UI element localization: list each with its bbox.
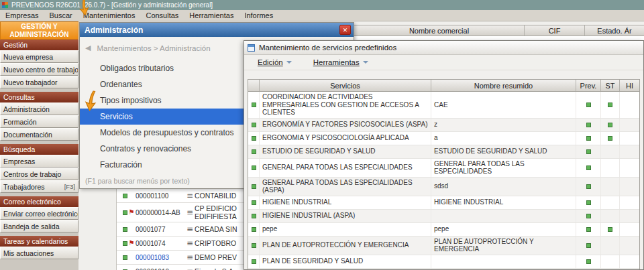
sidebar-item-label: Administración (3, 105, 50, 113)
company-row[interactable]: ⚑000000014-AB≡CP EDIFICIO EDIFIFIESTA (117, 203, 244, 222)
admin-panel-title: Administración (85, 25, 143, 35)
sidebar-item[interactable]: Administración (0, 103, 78, 115)
sidebar-item[interactable]: Nuevo centro de trabajo (0, 63, 78, 76)
service-row[interactable]: PLAN DE AUTOPROTECCIÓN Y EMERGENCIAPLAN … (248, 237, 639, 255)
services-dialog: Mantenimiento de servicios predefinidos … (244, 40, 644, 270)
chevron-down-icon (286, 61, 292, 64)
sidebar-item[interactable]: Formación (0, 115, 78, 128)
company-row[interactable]: 00001077≡CREADA SIN (117, 222, 244, 237)
prev-cell (576, 269, 601, 270)
menu-label: Herramientas (313, 58, 360, 66)
check-icon (586, 136, 591, 141)
sidebar-item[interactable]: Mis actuaciones (0, 247, 78, 259)
st-cell (601, 119, 620, 131)
close-icon[interactable]: ✕ (339, 25, 351, 35)
column-header[interactable]: Prev. (576, 80, 601, 91)
sidebar-item[interactable]: Documentación (0, 128, 78, 141)
service-row[interactable]: HIGIENE INDUSTRIAL (ASPA) (248, 210, 639, 223)
row-status-cell (248, 145, 260, 158)
column-header[interactable]: HI (620, 80, 639, 91)
sidebar-item[interactable]: Trabajadores[F3] (0, 180, 78, 193)
menubar-item[interactable]: Consultas (140, 11, 184, 20)
row-status-cell (248, 255, 260, 268)
service-short-name (431, 255, 576, 268)
company-code: 000001010 (136, 268, 185, 270)
company-row[interactable]: ⚑00001074≡CRIPTOBRO (117, 237, 244, 251)
company-row[interactable]: 000001100≡CONTABILID (117, 189, 244, 203)
company-row[interactable]: 000001010≡Ejemplo S.A (117, 265, 244, 270)
company-code: 00001074 (136, 240, 185, 247)
menubar-item[interactable]: Mantenimientos (78, 11, 141, 20)
column-header[interactable]: CIF (525, 25, 585, 36)
row-menu-icon[interactable]: ≡ (185, 191, 195, 200)
service-row[interactable]: HIGIENE INDUSTRIALHIGIENE INDUSTRIAL (248, 196, 639, 210)
service-short-name: CAE (431, 92, 576, 118)
window-icon (248, 44, 255, 52)
menubar-item[interactable]: Herramientas (184, 11, 239, 20)
service-row[interactable]: ERGONOMIA Y PSICOSOCIOLOGÍA APLICADAa (248, 132, 639, 145)
check-icon (586, 214, 591, 218)
service-row[interactable]: pepepepe (248, 223, 639, 237)
background-company-list: 000001100≡CONTABILID⚑000000014-AB≡CP EDI… (116, 189, 244, 270)
column-header[interactable]: ST (601, 80, 620, 91)
sidebar-item-label: Formación (3, 118, 37, 126)
menubar-item[interactable]: Empresas (0, 11, 44, 20)
prev-cell (576, 132, 601, 145)
company-row[interactable]: 000001083≡DEMO PREV (117, 251, 244, 265)
sidebar-item[interactable]: Enviar correo electrónico (0, 207, 78, 220)
sidebar-item[interactable]: Nueva empresa (0, 50, 78, 63)
sidebar-item-label: Nuevo centro de trabajo (3, 66, 78, 74)
service-row[interactable]: GENERAL PARA TODAS LAS ESPECIALIDADESGEN… (248, 159, 639, 178)
company-name: CRIPTOBRO (195, 239, 244, 247)
service-row[interactable]: SEGURIDAD EN EL TRABAJOfgdlg (248, 269, 639, 270)
st-cell (601, 92, 620, 118)
row-menu-icon[interactable]: ≡ (185, 239, 195, 248)
column-header[interactable] (248, 80, 260, 91)
service-row[interactable]: ESTUDIO DE SEGURIDAD Y SALUDESTUDIO DE S… (248, 145, 639, 159)
prev-cell (576, 178, 601, 196)
sidebar-item[interactable]: Nuevo trabajador (0, 76, 78, 88)
column-header[interactable]: Nombre comercial (354, 25, 525, 36)
dialog-menu[interactable]: Edición (258, 58, 292, 66)
service-name: PLAN DE AUTOPROTECCIÓN Y EMERGENCIA (260, 237, 431, 255)
prev-cell (576, 145, 601, 158)
check-icon (586, 165, 591, 170)
service-row[interactable]: PLAN DE SEGURIDAD Y SALUD (248, 255, 639, 269)
sidebar-section: Tareas y calendariosMis actuaciones (0, 236, 78, 259)
sidebar-item-label: Enviar correo electrónico (3, 210, 78, 218)
row-menu-icon[interactable]: ≡ (185, 253, 195, 262)
service-row[interactable]: ERGONOMÍA Y FACTORES PSICOSOCIALES (ASPA… (248, 119, 639, 132)
hi-cell (620, 178, 639, 196)
sidebar-item[interactable]: Bandeja de salida (0, 220, 78, 232)
service-row[interactable]: GENERAL PARA TODAS LAS ESPECIALIDADES (A… (248, 178, 639, 196)
check-icon (586, 103, 591, 107)
menubar-item[interactable]: Buscar (44, 11, 78, 20)
column-header[interactable]: Servicios (260, 80, 431, 91)
column-header[interactable]: Estado. Ár (585, 25, 644, 36)
hi-cell (620, 223, 639, 236)
row-status-cell (248, 196, 260, 209)
service-name: ERGONOMIA Y PSICOSOCIOLOGÍA APLICADA (260, 132, 431, 145)
dialog-title: Mantenimiento de servicios predefinidos (259, 44, 396, 52)
row-menu-icon[interactable]: ≡ (185, 208, 195, 217)
row-menu-icon[interactable]: ≡ (185, 267, 195, 270)
service-row[interactable]: COORDINACION DE ACTIVIDADES EMPRESARIALE… (248, 92, 639, 119)
st-cell (601, 210, 620, 222)
dialog-menu[interactable]: Herramientas (313, 58, 368, 66)
st-cell (601, 269, 620, 270)
sidebar-section: ConsultasAdministraciónFormaciónDocument… (0, 92, 78, 141)
sidebar-item[interactable]: Empresas (0, 155, 78, 167)
menu-label: Edición (258, 58, 283, 66)
prev-cell (576, 237, 601, 255)
app-icon (2, 2, 8, 8)
back-arrow-icon[interactable]: ◀ (85, 44, 91, 52)
service-short-name: a (431, 132, 576, 145)
sidebar-item[interactable]: Centros de trabajo (0, 167, 78, 180)
row-menu-icon[interactable]: ≡ (185, 224, 195, 234)
chevron-down-icon (363, 61, 368, 64)
menubar-item[interactable]: Informes (239, 11, 278, 20)
column-header[interactable]: Nombre resumido (431, 80, 576, 91)
hint-text: (F1 para buscar menús por texto) (85, 177, 190, 185)
sidebar-item-label: Trabajadores (3, 183, 44, 191)
st-cell (601, 237, 620, 255)
